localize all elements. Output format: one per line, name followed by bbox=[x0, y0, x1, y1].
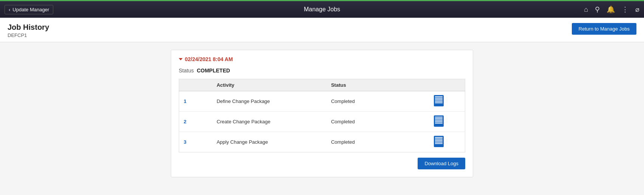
page-header-left: Job History DEFCP1 bbox=[8, 23, 49, 38]
log-document-icon[interactable] bbox=[434, 136, 444, 147]
status-label: Status bbox=[179, 68, 194, 74]
log-document-icon[interactable] bbox=[434, 95, 444, 106]
chevron-down-icon[interactable] bbox=[179, 58, 183, 60]
topbar: ‹ Update Manager Manage Jobs ⌂ ⚲ 🔔 ⋮ ⌀ bbox=[0, 1, 644, 18]
more-icon[interactable]: ⋮ bbox=[622, 5, 629, 14]
row-status: Completed bbox=[327, 112, 412, 132]
download-row: Download Logs bbox=[179, 158, 465, 169]
page-subtitle: DEFCP1 bbox=[8, 32, 49, 38]
table-row: 1Define Change PackageCompleted bbox=[179, 91, 465, 112]
col-num-header bbox=[179, 79, 212, 91]
col-icon-header bbox=[412, 79, 465, 91]
col-activity-header: Activity bbox=[212, 79, 327, 91]
row-activity: Define Change Package bbox=[212, 91, 327, 112]
row-status: Completed bbox=[327, 132, 412, 152]
status-row: Status COMPLETED bbox=[179, 68, 465, 74]
row-activity: Apply Change Package bbox=[212, 132, 327, 152]
col-status-header: Status bbox=[327, 79, 412, 91]
back-arrow-icon: ‹ bbox=[9, 7, 10, 12]
row-number: 2 bbox=[179, 112, 212, 132]
block-icon[interactable]: ⌀ bbox=[635, 5, 639, 14]
row-log-icon-cell bbox=[412, 132, 465, 152]
job-date-text: 02/24/2021 8:04 AM bbox=[185, 56, 233, 62]
back-button[interactable]: ‹ Update Manager bbox=[5, 5, 53, 14]
table-header-row: Activity Status bbox=[179, 79, 465, 91]
row-log-icon-cell bbox=[412, 112, 465, 132]
page-header: Job History DEFCP1 Return to Manage Jobs bbox=[0, 18, 644, 42]
row-number: 3 bbox=[179, 132, 212, 152]
activity-table: Activity Status 1Define Change PackageCo… bbox=[179, 79, 465, 152]
page-title: Job History bbox=[8, 23, 49, 32]
topbar-icons: ⌂ ⚲ 🔔 ⋮ ⌀ bbox=[584, 5, 639, 14]
bell-icon[interactable]: 🔔 bbox=[607, 5, 615, 14]
topbar-title: Manage Jobs bbox=[304, 6, 340, 13]
job-card: 02/24/2021 8:04 AM Status COMPLETED Acti… bbox=[171, 50, 473, 177]
search-icon[interactable]: ⚲ bbox=[595, 5, 600, 14]
return-to-manage-jobs-button[interactable]: Return to Manage Jobs bbox=[572, 23, 636, 35]
back-label: Update Manager bbox=[12, 7, 49, 12]
table-row: 2Create Change PackageCompleted bbox=[179, 112, 465, 132]
table-row: 3Apply Change PackageCompleted bbox=[179, 132, 465, 152]
main-content: 02/24/2021 8:04 AM Status COMPLETED Acti… bbox=[0, 42, 644, 193]
row-number: 1 bbox=[179, 91, 212, 112]
download-logs-button[interactable]: Download Logs bbox=[418, 158, 465, 169]
log-document-icon[interactable] bbox=[434, 115, 444, 127]
row-activity: Create Change Package bbox=[212, 112, 327, 132]
home-icon[interactable]: ⌂ bbox=[584, 6, 588, 14]
status-value: COMPLETED bbox=[197, 68, 230, 74]
job-date: 02/24/2021 8:04 AM bbox=[179, 56, 465, 62]
row-status: Completed bbox=[327, 91, 412, 112]
row-log-icon-cell bbox=[412, 91, 465, 112]
